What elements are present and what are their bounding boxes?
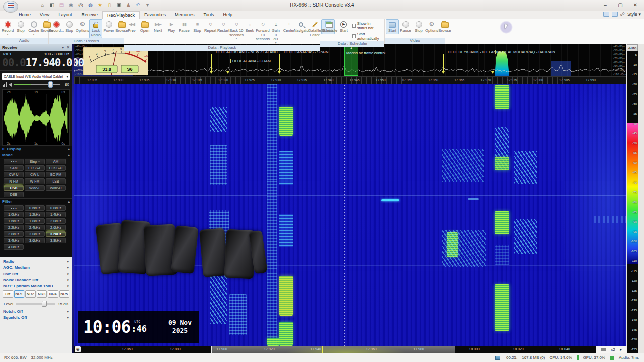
receive-panel-header[interactable]: Receive ▾ ✕ — [0, 44, 72, 51]
maximize-button[interactable]: ▢ — [613, 0, 628, 10]
mode-button-7[interactable]: CW-L — [25, 172, 45, 177]
spectrum-frequency-scale[interactable]: 17.89517.90017.90517.91017.91517.92017.9… — [74, 76, 626, 84]
audio-cache-button[interactable]: Cache▾ — [27, 19, 40, 36]
zoom-level[interactable]: x2 — [611, 347, 615, 352]
nr-button-3[interactable]: NR3 — [37, 290, 47, 298]
mode-button-11[interactable]: LSB — [46, 178, 66, 184]
playback-pause-button[interactable]: ▮▮Pause — [178, 19, 191, 34]
mode-button-4[interactable]: ECSS-L — [25, 165, 45, 171]
nr-button-1[interactable]: NR1 — [14, 290, 25, 298]
mode-button-13[interactable]: Wide-L — [25, 185, 45, 191]
mode-button-15[interactable]: DSB — [4, 192, 24, 197]
playback-prev-button[interactable]: ◀◀Prev — [125, 19, 138, 34]
video-stop-button[interactable]: Stop — [412, 19, 425, 34]
audio-record-button[interactable]: Record▾ — [1, 19, 14, 36]
mode-button-8[interactable]: BC-FM — [46, 172, 66, 177]
filter-button-3[interactable]: 1.0kHz — [4, 212, 24, 217]
mode-button-10[interactable]: W-FM — [25, 178, 45, 184]
mode-button-0[interactable]: • • • — [4, 159, 24, 164]
back-10-seconds-button[interactable]: ↺Back 10 seconds▾ — [230, 19, 243, 40]
pin-icon[interactable]: ☍ — [620, 12, 625, 17]
scheduler-band[interactable]: 1 — [344, 44, 358, 76]
playback-repeat-button[interactable]: ↻Repeat — [204, 19, 217, 34]
gain-button[interactable]: ±Gain 0 dB▾ — [269, 19, 282, 45]
mode-button-14[interactable]: Wide-U — [46, 185, 66, 191]
navigator-button[interactable]: Navigator — [295, 19, 308, 34]
play-small-icon[interactable]: ▸ — [620, 347, 622, 352]
close-button[interactable]: ✕ — [628, 0, 643, 10]
filter-button-8[interactable]: 2.0kHz — [46, 218, 66, 224]
datafile-editor-button[interactable]: Datafile Editor — [308, 19, 321, 38]
audio-device-select[interactable]: CABLE Input (VB-Audio Virtual Cable) ▾ — [2, 73, 70, 80]
style-dropdown[interactable]: Style ▾ — [627, 12, 641, 17]
if-display-header[interactable]: IF Display▴ — [0, 146, 72, 152]
menu-tab-4[interactable]: Rec/Playback — [102, 11, 140, 19]
mode-button-9[interactable]: N-FM — [4, 178, 24, 184]
menu-tab-1[interactable]: View — [35, 11, 54, 19]
playback-next-button[interactable]: ▶▶Next — [151, 19, 165, 34]
playback-play-button[interactable]: ▶Play — [165, 19, 178, 34]
layout-window-icon-1[interactable] — [603, 12, 609, 17]
filter-button-14[interactable]: 3.2kHz — [46, 231, 66, 237]
close-icon[interactable]: ✕ — [66, 45, 70, 50]
mode-button-3[interactable]: SAM — [4, 165, 24, 171]
filter-header[interactable]: Filter▴ — [0, 198, 72, 204]
layout-window-icon-2[interactable] — [612, 12, 618, 17]
start-automatically-checkbox[interactable]: Start automatically — [352, 32, 381, 41]
waterfall-color-legend[interactable]: Auto -5-10-15-20-25-30-35-40-45-50-55-60… — [627, 44, 638, 353]
frequency-display[interactable]: 00.017.940.000 — [0, 56, 72, 71]
menu-tab-3[interactable]: Receive — [76, 11, 102, 19]
mode-button-1[interactable]: Step ≡ — [25, 159, 45, 164]
notch-row[interactable]: Notch: Off▾ — [0, 308, 72, 314]
agc-row[interactable]: AGC: Medium▾ — [0, 264, 72, 270]
center-target-icon[interactable]: ⊕ — [75, 346, 81, 352]
lock-radio-button[interactable]: Lock Radio — [89, 19, 102, 38]
playback-open-button[interactable]: Open — [138, 19, 151, 34]
collapse-icon[interactable]: ▾ — [62, 45, 64, 50]
menu-tab-8[interactable]: Help — [219, 11, 237, 19]
menu-tab-7[interactable]: Tools — [199, 11, 219, 19]
show-in-status-bar-checkbox[interactable]: Show in status bar — [352, 21, 381, 30]
filter-button-16[interactable]: 3.6kHz — [25, 238, 45, 243]
level-slider[interactable] — [16, 303, 55, 305]
cw-row[interactable]: CW: Off▾ — [0, 270, 72, 277]
mode-button-2[interactable]: AM — [46, 159, 66, 164]
volume-slider-thumb[interactable] — [48, 81, 53, 88]
video-pause-button[interactable]: Pause — [399, 19, 412, 34]
audio-stop-button[interactable]: Stop — [14, 19, 27, 34]
menu-tab-6[interactable]: Memories — [170, 11, 199, 19]
video-options-button[interactable]: ⚙Options — [425, 19, 438, 34]
minimize-button[interactable]: – — [598, 0, 613, 10]
mode-button-12[interactable]: USB — [4, 185, 24, 191]
mode-button-5[interactable]: ECSS-U — [46, 165, 66, 171]
monitor-icon[interactable] — [601, 348, 606, 351]
filter-button-7[interactable]: 1.8kHz — [25, 218, 45, 224]
waterfall-frequency-scale[interactable]: ⊕ 17.860 17.880 17.900 17.920 17.940 17.… — [74, 346, 596, 353]
filter-button-6[interactable]: 1.6kHz — [4, 218, 24, 224]
noise-blanker-row[interactable]: Noise Blanker: Off▾ — [0, 277, 72, 283]
seek-button[interactable]: ↔Seek — [243, 19, 256, 34]
filter-button-1[interactable]: 0.6kHz — [25, 205, 45, 211]
nr1-row[interactable]: NR1: Ephraim Malah 15dB▾ — [0, 283, 72, 289]
record-stop-button[interactable]: Stop — [63, 19, 76, 34]
mode-header[interactable]: Mode▴ — [0, 152, 72, 158]
record-data-button[interactable]: Record... — [50, 19, 63, 34]
forward-10-seconds-button[interactable]: ↻Forward 10 seconds — [256, 19, 269, 43]
playback-restart-button[interactable]: ↺Restart — [217, 19, 230, 34]
nr-button-2[interactable]: NR2 — [25, 290, 36, 298]
filter-button-15[interactable]: 3.4kHz — [4, 238, 24, 243]
panel-splitter[interactable] — [72, 44, 74, 353]
filter-button-5[interactable]: 1.4kHz — [46, 212, 66, 217]
nr-button-4[interactable]: NR4 — [48, 290, 58, 298]
schedule-button[interactable]: Schedule — [321, 19, 337, 34]
filter-button-18[interactable]: 4.0kHz — [4, 244, 24, 250]
filter-button-9[interactable]: 2.2kHz — [4, 225, 24, 230]
radio-header[interactable]: Radio▾ — [0, 258, 72, 264]
level-slider-thumb[interactable] — [42, 301, 47, 307]
volume-slider[interactable] — [14, 84, 60, 85]
menu-tab-2[interactable]: Layout — [54, 11, 76, 19]
filter-button-2[interactable]: 0.8kHz — [46, 205, 66, 211]
nr-button-5[interactable]: NR5 — [59, 290, 70, 298]
auto-button[interactable]: Auto — [627, 44, 638, 51]
menu-tab-0[interactable]: Home — [14, 11, 35, 19]
